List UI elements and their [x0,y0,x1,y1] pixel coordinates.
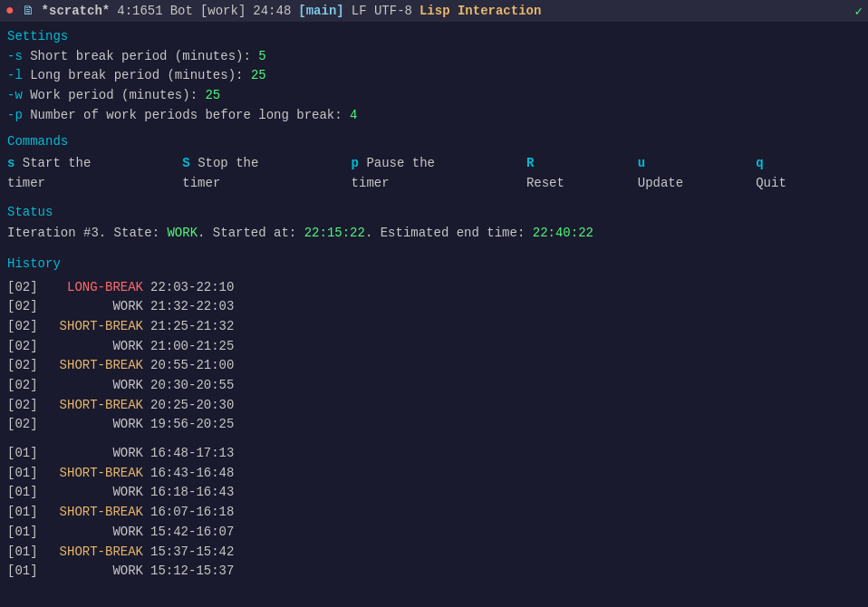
hist-type: WORK [43,415,143,435]
commands-heading: Commands [7,132,861,152]
settings-flags: -s Short break period (minutes): 5-l Lon… [7,47,861,126]
commands-row: s Start the timerS Stop the timerp Pause… [7,154,861,193]
cmd-label: Update [638,176,683,190]
flag-key: -p [7,108,23,122]
history-row: [01]WORK 16:48-17:13 [7,444,861,464]
cmd-key: q [756,156,763,170]
command-item[interactable]: s Start the timer [7,154,146,193]
history-row: [01]SHORT-BREAK 16:07-16:18 [7,503,861,523]
cmd-key: R [526,156,534,170]
flag-desc: Number of work periods before long break… [30,108,342,122]
hist-time: 20:30-20:55 [150,376,234,396]
hist-time: 21:00-21:25 [150,337,234,357]
cursor-position: 4:1651 [117,4,162,18]
flag-val: 5 [258,49,265,63]
hist-time: 15:12-15:37 [150,562,234,582]
command-item[interactable]: p Pause the timer [352,154,490,193]
status-line: Iteration #3. State: WORK. Started at: 2… [7,224,861,244]
hist-iter: [01] [7,562,43,582]
history-row: [01]WORK 15:12-15:37 [7,562,861,582]
history-row: [02]WORK 21:32-22:03 [7,297,861,317]
hist-type: SHORT-BREAK [43,543,143,563]
cmd-label: Pause the timer [352,156,435,190]
hist-time: 16:43-16:48 [150,464,234,484]
hist-iter: [01] [7,523,43,543]
cmd-label: Quit [756,176,786,190]
history-row: [01]SHORT-BREAK 15:37-15:42 [7,543,861,563]
hist-iter: [02] [7,356,43,376]
settings-flag-row: -w Work period (minutes): 25 [7,86,861,106]
hist-iter: [02] [7,415,43,435]
settings-flag-row: -p Number of work periods before long br… [7,106,861,126]
flag-desc: Long break period (minutes): [30,68,243,82]
hist-type: WORK [43,444,143,464]
end-time: 22:40:22 [533,226,593,240]
history-row: [01]WORK 15:42-16:07 [7,523,861,543]
flag-desc: Short break period (minutes): [30,49,251,63]
history-row: [01]SHORT-BREAK 16:43-16:48 [7,464,861,484]
settings-flag-row: -s Short break period (minutes): 5 [7,47,861,67]
hist-iter: [02] [7,337,43,357]
hist-type: WORK [43,483,143,503]
hist-iter: [02] [7,278,43,298]
flag-val: 4 [350,108,357,122]
hist-type: WORK [43,376,143,396]
history-row: [01]WORK 16:18-16:43 [7,483,861,503]
hist-type: WORK [43,297,143,317]
main-content: Settings -s Short break period (minutes)… [0,22,868,587]
command-item[interactable]: q Quit [756,154,825,193]
hist-type: WORK [43,337,143,357]
hist-iter: [01] [7,503,43,523]
hist-time: 15:37-15:42 [150,543,234,563]
hist-time: 20:25-20:30 [150,396,234,416]
cmd-key: u [638,156,645,170]
hist-iter: [01] [7,543,43,563]
hist-type: SHORT-BREAK [43,317,143,337]
hist-type: WORK [43,562,143,582]
hist-time: 16:07-16:18 [150,503,234,523]
hist-type: SHORT-BREAK [43,464,143,484]
traffic-light-icon: ● [5,3,14,19]
time-display: 24:48 [253,4,291,18]
cmd-label: Stop the timer [182,156,258,190]
flag-key: -w [7,88,23,102]
hist-type: WORK [43,523,143,543]
flag-val: 25 [205,88,220,102]
start-time: 22:15:22 [304,226,365,240]
hist-time: 20:55-21:00 [150,356,234,376]
hist-type: SHORT-BREAK [43,356,143,376]
flag-key: -l [7,68,23,82]
command-item[interactable]: u Update [638,154,719,193]
hist-iter: [01] [7,483,43,503]
hist-iter: [01] [7,464,43,484]
status-bar: ● 🗎 *scratch* 4:1651 Bot [work] 24:48 [m… [0,0,868,22]
major-mode: Lisp Interaction [420,4,541,18]
history-row: [02]LONG-BREAK 22:03-22:10 [7,278,861,298]
history-heading: History [7,255,861,275]
emacs-icon: 🗎 [22,4,34,18]
settings-heading: Settings [7,27,861,47]
history-rows: [02]LONG-BREAK 22:03-22:10[02]WORK 21:32… [7,278,861,582]
flag-desc: Work period (minutes): [30,88,198,102]
bot-indicator: Bot [170,4,193,18]
history-row: [02]WORK 21:00-21:25 [7,337,861,357]
hist-iter: [01] [7,444,43,464]
flag-val: 25 [251,68,266,82]
main-tag: [main] [298,4,343,18]
check-icon: ✓ [855,4,863,19]
hist-iter: [02] [7,396,43,416]
flag-key: -s [7,49,23,63]
hist-time: 15:42-16:07 [150,523,234,543]
cmd-label: Start the timer [7,156,91,190]
hist-time: 21:32-22:03 [150,297,234,317]
hist-iter: [02] [7,317,43,337]
status-heading: Status [7,203,861,223]
command-item[interactable]: S Stop the timer [182,154,314,193]
hist-type: LONG-BREAK [43,278,143,298]
hist-time: 19:56-20:25 [150,415,234,435]
state-value: WORK [167,226,198,240]
hist-time: 21:25-21:32 [150,317,234,337]
settings-flag-row: -l Long break period (minutes): 25 [7,66,861,86]
hist-time: 16:18-16:43 [150,483,234,503]
command-item[interactable]: R Reset [526,154,602,193]
